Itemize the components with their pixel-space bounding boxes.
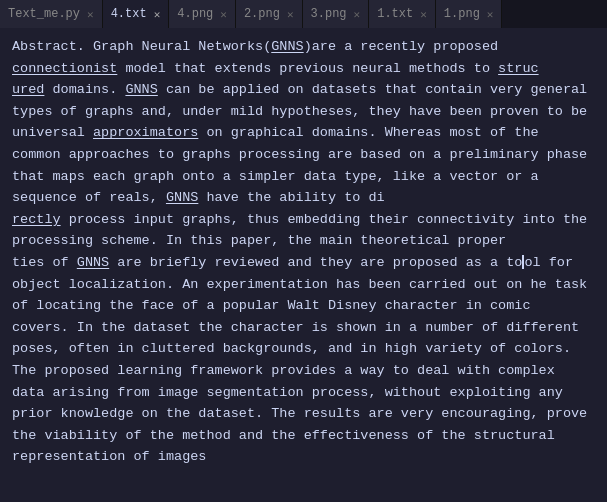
tab-1-png[interactable]: 1.png ✕: [436, 0, 503, 28]
tab-label: Text_me.py: [8, 7, 80, 21]
tab-close[interactable]: ✕: [420, 8, 427, 21]
tab-text-me-py[interactable]: Text_me.py ✕: [0, 0, 103, 28]
tab-close[interactable]: ✕: [154, 8, 161, 21]
tab-2-png[interactable]: 2.png ✕: [236, 0, 303, 28]
tab-4-txt[interactable]: 4.txt ✕: [103, 0, 170, 28]
tab-3-png[interactable]: 3.png ✕: [303, 0, 370, 28]
tab-label: 1.png: [444, 7, 480, 21]
tab-close[interactable]: ✕: [487, 8, 494, 21]
tab-close[interactable]: ✕: [287, 8, 294, 21]
tab-label: 4.txt: [111, 7, 147, 21]
tab-close[interactable]: ✕: [87, 8, 94, 21]
tab-close[interactable]: ✕: [354, 8, 361, 21]
content-area: Abstract. Graph Neural Networks(GNNS)are…: [0, 28, 607, 502]
tab-label: 3.png: [311, 7, 347, 21]
tab-4-png[interactable]: 4.png ✕: [169, 0, 236, 28]
tab-close[interactable]: ✕: [220, 8, 227, 21]
tab-1-txt[interactable]: 1.txt ✕: [369, 0, 436, 28]
tab-label: 1.txt: [377, 7, 413, 21]
tab-bar: Text_me.py ✕ 4.txt ✕ 4.png ✕ 2.png ✕ 3.p…: [0, 0, 607, 28]
tab-label: 2.png: [244, 7, 280, 21]
tab-label: 4.png: [177, 7, 213, 21]
document-text: Abstract. Graph Neural Networks(GNNS)are…: [12, 36, 595, 468]
